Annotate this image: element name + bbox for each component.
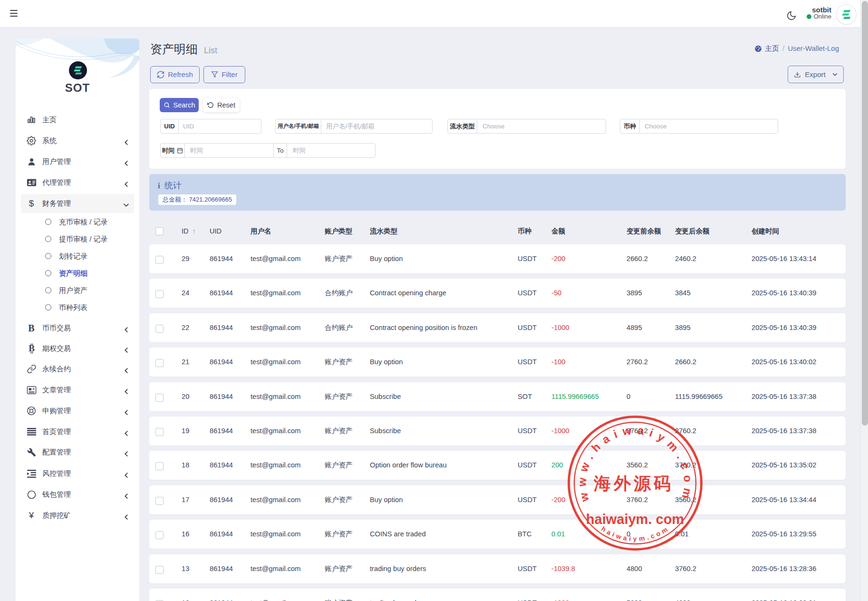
svg-text:B: B [29, 343, 35, 353]
svg-text:haiwaiym. com: haiwaiym. com [586, 512, 684, 527]
svg-text:海外源码: 海外源码 [593, 474, 674, 493]
svg-text:haiwaiym.com: haiwaiym.com [600, 524, 671, 543]
